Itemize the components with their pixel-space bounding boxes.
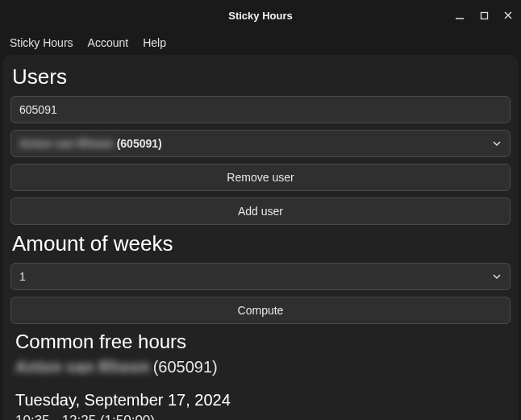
menubar: Sticky Hours Account Help	[0, 31, 521, 55]
results-heading: Common free hours	[15, 331, 506, 353]
window-title: Sticky Hours	[228, 10, 292, 22]
results-user-name-blurred: Anton van Rhoon	[15, 358, 150, 376]
results-user-id: (605091)	[153, 358, 218, 376]
client-area: Users Anton van Rhoon (605091) Remove us…	[2, 55, 519, 420]
chevron-down-icon	[492, 139, 502, 148]
close-icon[interactable]	[502, 9, 515, 22]
menu-help[interactable]: Help	[143, 36, 166, 49]
results-date: Tuesday, September 17, 2024	[15, 391, 506, 410]
remove-user-button[interactable]: Remove user	[10, 164, 511, 191]
user-select-name-blurred: Anton van Rhoon	[19, 137, 114, 150]
weeks-heading: Amount of weeks	[12, 231, 509, 256]
chevron-down-icon	[492, 272, 502, 281]
results-panel: Common free hours Anton van Rhoon (60509…	[10, 331, 511, 420]
user-search-input[interactable]	[10, 96, 511, 123]
weeks-select-value: 1	[19, 270, 26, 283]
user-select-id: (605091)	[117, 137, 162, 150]
users-heading: Users	[12, 64, 509, 89]
weeks-select[interactable]: 1	[10, 263, 511, 290]
minimize-icon[interactable]	[453, 9, 466, 22]
svg-rect-1	[481, 12, 487, 19]
compute-button[interactable]: Compute	[10, 297, 511, 324]
window-controls	[453, 0, 515, 31]
results-time-slot: 10:35 - 12:25 (1:50:00)	[15, 413, 506, 420]
user-select[interactable]: Anton van Rhoon (605091)	[10, 130, 511, 157]
results-user-line: Anton van Rhoon (605091)	[15, 358, 506, 376]
menu-sticky-hours[interactable]: Sticky Hours	[10, 36, 73, 49]
menu-account[interactable]: Account	[88, 36, 129, 49]
titlebar: Sticky Hours	[0, 0, 521, 31]
user-select-value: Anton van Rhoon (605091)	[19, 137, 162, 150]
maximize-icon[interactable]	[477, 9, 490, 22]
add-user-button[interactable]: Add user	[10, 198, 511, 225]
